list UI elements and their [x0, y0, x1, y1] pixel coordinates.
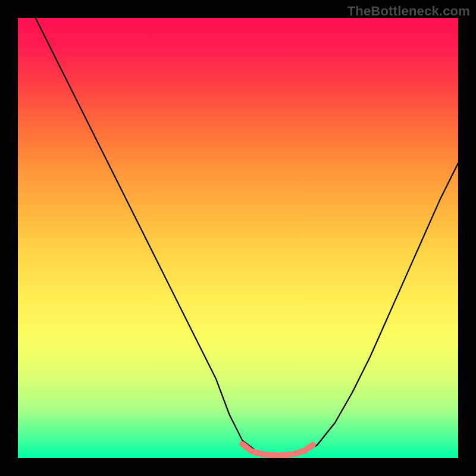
optimal-zone-marker	[242, 444, 312, 455]
chart-frame: TheBottleneck.com	[0, 0, 476, 476]
chart-svg	[18, 18, 458, 458]
plot-area	[18, 18, 458, 458]
watermark-text: TheBottleneck.com	[347, 4, 470, 19]
bottleneck-curve	[36, 18, 458, 456]
